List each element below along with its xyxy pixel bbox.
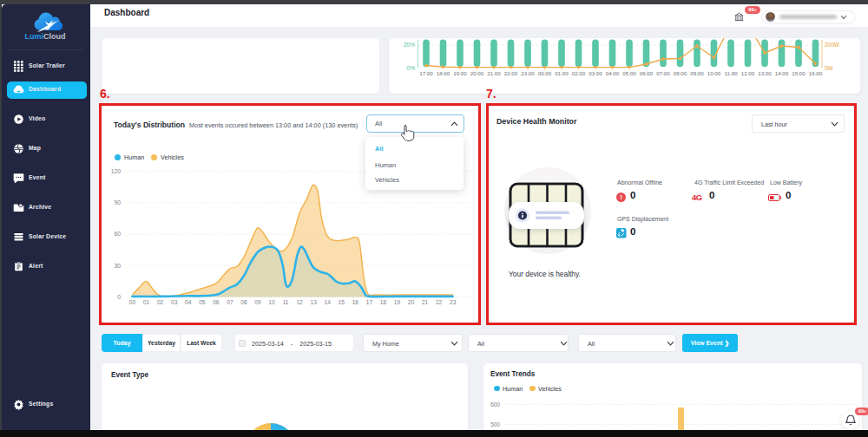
svg-text:23:00: 23:00 <box>521 70 535 76</box>
svg-text:08:00: 08:00 <box>674 70 687 76</box>
svg-text:07:00: 07:00 <box>656 70 670 76</box>
svg-text:11:00: 11:00 <box>724 70 738 76</box>
svg-text:17:00: 17:00 <box>419 70 433 76</box>
svg-text:22:00: 22:00 <box>504 70 518 76</box>
svg-text:19:00: 19:00 <box>453 70 467 76</box>
svg-text:21:00: 21:00 <box>487 70 501 76</box>
svg-text:0%: 0% <box>407 65 416 71</box>
svg-text:06:00: 06:00 <box>640 70 654 76</box>
svg-text:600: 600 <box>490 401 500 408</box>
svg-text:09:00: 09:00 <box>690 70 704 76</box>
svg-text:01:00: 01:00 <box>555 70 569 76</box>
svg-text:200W: 200W <box>825 42 840 48</box>
svg-text:0W: 0W <box>825 65 834 71</box>
svg-text:00:00: 00:00 <box>538 70 552 76</box>
svg-text:16:00: 16:00 <box>809 70 823 76</box>
svg-text:05:00: 05:00 <box>622 70 636 76</box>
svg-text:13:00: 13:00 <box>758 70 772 76</box>
svg-text:20:00: 20:00 <box>470 70 484 76</box>
svg-text:10:00: 10:00 <box>707 70 721 76</box>
svg-text:14:00: 14:00 <box>775 70 789 76</box>
svg-text:15:00: 15:00 <box>792 70 806 76</box>
svg-text:02:00: 02:00 <box>572 70 586 76</box>
svg-text:500: 500 <box>490 421 500 427</box>
svg-text:12:00: 12:00 <box>741 70 755 76</box>
svg-text:03:00: 03:00 <box>589 70 602 76</box>
svg-text:18:00: 18:00 <box>437 70 450 76</box>
svg-text:04:00: 04:00 <box>606 70 620 76</box>
svg-text:20%: 20% <box>404 42 415 48</box>
